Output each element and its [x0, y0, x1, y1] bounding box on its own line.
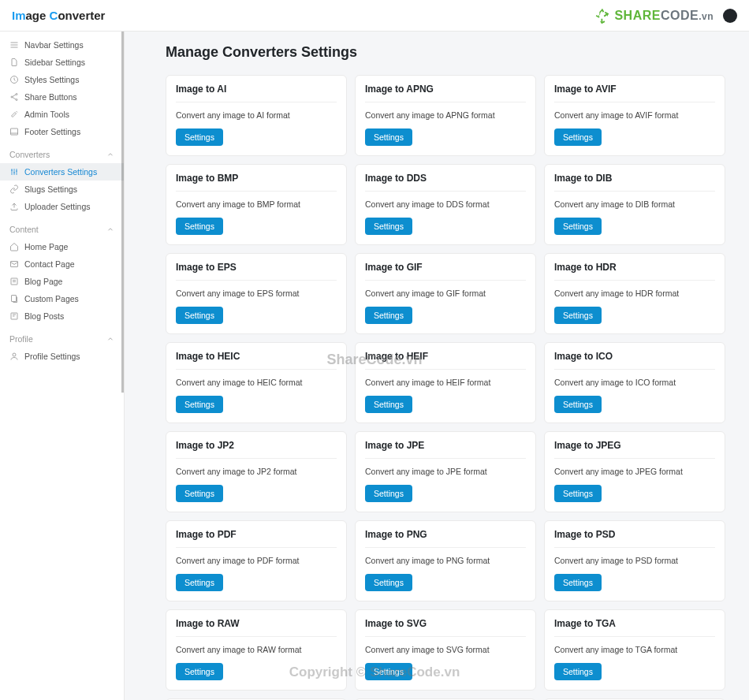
sidebar-item-label: Sidebar Settings	[24, 58, 85, 67]
settings-button[interactable]: Settings	[176, 663, 223, 680]
converter-card-desc: Convert any image to DIB format	[554, 199, 715, 209]
converter-card: Image to SVGConvert any image to SVG for…	[355, 609, 536, 691]
settings-button[interactable]: Settings	[365, 307, 412, 324]
header-right: SHARECODE.vn	[594, 7, 737, 24]
sidebar-section-converters[interactable]: Converters	[0, 140, 124, 163]
tools-icon	[9, 110, 19, 119]
sidebar-item-navbar[interactable]: Navbar Settings	[0, 36, 124, 54]
recycle-icon	[594, 7, 611, 24]
sidebar-item-slugs[interactable]: Slugs Settings	[0, 181, 124, 198]
converter-card-title: Image to BMP	[176, 173, 337, 192]
chevron-up-icon	[106, 335, 114, 343]
sidebar-item-label: Share Buttons	[24, 92, 77, 102]
settings-button[interactable]: Settings	[176, 128, 223, 146]
sidebar-item-home[interactable]: Home Page	[0, 238, 124, 255]
converter-card-desc: Convert any image to SVG format	[365, 645, 526, 654]
converter-card: Image to TGAConvert any image to TGA for…	[544, 609, 725, 691]
settings-button[interactable]: Settings	[176, 307, 223, 324]
converter-card-title: Image to GIF	[365, 262, 526, 281]
settings-button[interactable]: Settings	[365, 396, 412, 413]
sidebar-item-sidebar[interactable]: Sidebar Settings	[0, 54, 124, 71]
chevron-up-icon	[106, 151, 114, 158]
sidebar-item-blog-page[interactable]: Blog Page	[0, 273, 124, 290]
sidebar-item-custom[interactable]: Custom Pages	[0, 290, 124, 307]
settings-button[interactable]: Settings	[554, 128, 602, 146]
sidebar-item-admin[interactable]: Admin Tools	[0, 106, 124, 123]
converter-card-title: Image to JP2	[176, 440, 337, 459]
settings-button[interactable]: Settings	[176, 218, 223, 235]
converter-card-title: Image to DIB	[554, 173, 715, 192]
settings-button[interactable]: Settings	[365, 485, 412, 502]
pages-icon	[9, 294, 19, 303]
sidebar-section-profile[interactable]: Profile	[0, 325, 124, 348]
sidebar-item-profile[interactable]: Profile Settings	[0, 348, 124, 365]
sidebar-item-uploader[interactable]: Uploader Settings	[0, 198, 124, 215]
converter-card-desc: Convert any image to HEIC format	[176, 378, 337, 387]
sidebar-item-label: Converters Settings	[24, 167, 97, 177]
sidebar-item-styles[interactable]: Styles Settings	[0, 71, 124, 88]
converters-grid: Image to AIConvert any image to AI forma…	[166, 75, 725, 700]
converter-card: Image to PSDConvert any image to PSD for…	[544, 520, 725, 601]
settings-button[interactable]: Settings	[554, 396, 602, 413]
share-icon	[9, 92, 19, 102]
converter-card: Image to PDFConvert any image to PDF for…	[166, 520, 347, 601]
sidebar-item-label: Navbar Settings	[24, 40, 84, 50]
sidebar-item-share[interactable]: Share Buttons	[0, 88, 124, 106]
settings-button[interactable]: Settings	[176, 485, 223, 502]
app-logo[interactable]: Image Converter	[12, 9, 105, 22]
sharecode-logo[interactable]: SHARECODE.vn	[614, 9, 714, 23]
converter-card: Image to JP2Convert any image to JP2 for…	[166, 431, 347, 512]
converter-card-title: Image to PNG	[365, 529, 526, 548]
sidebar-section-content[interactable]: Content	[0, 215, 124, 238]
settings-button[interactable]: Settings	[365, 218, 412, 235]
avatar[interactable]	[723, 9, 737, 23]
converter-card-title: Image to HEIF	[365, 351, 526, 370]
sidebar: Navbar Settings Sidebar Settings Styles …	[0, 32, 125, 700]
converter-card-desc: Convert any image to ICO format	[554, 378, 715, 387]
sidebar-item-label: Uploader Settings	[24, 202, 90, 211]
converter-card-desc: Convert any image to EPS format	[176, 289, 337, 298]
settings-button[interactable]: Settings	[365, 574, 412, 591]
settings-button[interactable]: Settings	[554, 574, 602, 591]
settings-button[interactable]: Settings	[365, 663, 412, 680]
settings-button[interactable]: Settings	[554, 485, 602, 502]
svg-point-9	[13, 353, 16, 356]
page-title: Manage Converters Settings	[166, 44, 725, 61]
converter-card: Image to ICOConvert any image to ICO for…	[544, 342, 725, 423]
converter-card-title: Image to PSD	[554, 529, 715, 548]
converter-card-title: Image to ICO	[554, 351, 715, 370]
sidebar-item-contact[interactable]: Contact Page	[0, 255, 124, 273]
upload-icon	[9, 202, 19, 211]
settings-button[interactable]: Settings	[554, 307, 602, 324]
converter-card-title: Image to AVIF	[554, 84, 715, 102]
settings-button[interactable]: Settings	[176, 396, 223, 413]
converter-card-title: Image to JPEG	[554, 440, 715, 459]
sidebar-item-label: Styles Settings	[24, 75, 79, 84]
sidebar-item-label: Contact Page	[24, 259, 75, 269]
converter-card-desc: Convert any image to PNG format	[365, 556, 526, 565]
converter-card: Image to GIFConvert any image to GIF for…	[355, 253, 536, 334]
converter-card-desc: Convert any image to HDR format	[554, 289, 715, 298]
converter-card-desc: Convert any image to GIF format	[365, 289, 526, 298]
svg-rect-5	[11, 262, 18, 267]
settings-button[interactable]: Settings	[176, 574, 223, 591]
converter-card-title: Image to JPE	[365, 440, 526, 459]
converter-card-title: Image to RAW	[176, 618, 337, 637]
sidebar-item-blog-posts[interactable]: Blog Posts	[0, 307, 124, 325]
sidebar-item-converters-settings[interactable]: Converters Settings	[0, 163, 124, 181]
sidebar-item-footer[interactable]: Footer Settings	[0, 123, 124, 140]
converter-card-desc: Convert any image to JP2 format	[176, 467, 337, 476]
settings-button[interactable]: Settings	[365, 128, 412, 146]
sidebar-item-label: Custom Pages	[24, 294, 79, 303]
settings-button[interactable]: Settings	[554, 218, 602, 235]
chevron-up-icon	[106, 225, 114, 233]
converter-card-desc: Convert any image to JPE format	[365, 467, 526, 476]
converter-card-desc: Convert any image to TGA format	[554, 645, 715, 654]
converter-card-desc: Convert any image to APNG format	[365, 110, 526, 120]
converter-card-title: Image to APNG	[365, 84, 526, 102]
converter-card: Image to HEIFConvert any image to HEIF f…	[355, 342, 536, 423]
converter-card-desc: Convert any image to PSD format	[554, 556, 715, 565]
settings-button[interactable]: Settings	[554, 663, 602, 680]
sidebar-item-label: Admin Tools	[24, 110, 69, 119]
sliders-icon	[9, 167, 19, 177]
